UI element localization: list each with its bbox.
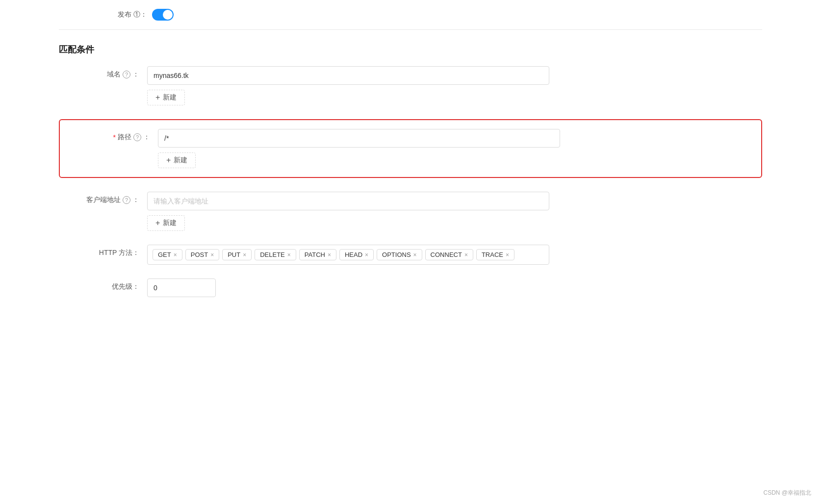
tag-close-icon[interactable]: × (287, 252, 291, 258)
method-tag: PATCH× (299, 249, 336, 260)
tag-close-icon[interactable]: × (413, 252, 417, 258)
client-addr-help-icon[interactable]: ? (123, 196, 130, 204)
domain-label: 域名 ? ： (59, 66, 147, 79)
path-new-button[interactable]: + 新建 (158, 152, 196, 168)
domain-content: + 新建 (147, 66, 549, 105)
http-methods-content: GET×POST×PUT×DELETE×PATCH×HEAD×OPTIONS×C… (147, 245, 549, 265)
tag-close-icon[interactable]: × (210, 252, 214, 258)
priority-row: 优先级： (59, 278, 762, 297)
path-help-icon[interactable]: ? (133, 133, 141, 141)
client-addr-new-button[interactable]: + 新建 (147, 215, 185, 231)
method-tag: POST× (185, 249, 219, 260)
client-addr-input[interactable] (147, 192, 549, 210)
path-highlight-box: * 路径 ? ： + 新建 (59, 119, 762, 178)
path-input[interactable] (158, 129, 560, 148)
publish-row: 发布 ①： (59, 0, 762, 29)
method-tag: TRACE× (476, 249, 514, 260)
tag-close-icon[interactable]: × (464, 252, 468, 258)
http-methods-row: HTTP 方法： GET×POST×PUT×DELETE×PATCH×HEAD×… (59, 245, 762, 265)
path-plus-icon: + (166, 156, 171, 164)
tag-close-icon[interactable]: × (365, 252, 368, 258)
client-addr-content: + 新建 (147, 192, 549, 231)
path-label: * 路径 ? ： (70, 129, 158, 142)
tag-close-icon[interactable]: × (506, 252, 509, 258)
publish-label: 发布 ①： (59, 10, 147, 19)
method-tag: HEAD× (339, 249, 374, 260)
method-tag: CONNECT× (425, 249, 473, 260)
methods-container: GET×POST×PUT×DELETE×PATCH×HEAD×OPTIONS×C… (147, 245, 549, 265)
client-addr-plus-icon: + (155, 219, 160, 227)
plus-icon: + (155, 94, 160, 101)
http-methods-label: HTTP 方法： (59, 245, 147, 257)
priority-label: 优先级： (59, 278, 147, 291)
client-addr-row: 客户端地址 ? ： + 新建 (59, 192, 762, 231)
domain-row: 域名 ? ： + 新建 (59, 66, 762, 105)
path-content: + 新建 (158, 129, 560, 168)
priority-input[interactable] (147, 278, 216, 297)
client-addr-label: 客户端地址 ? ： (59, 192, 147, 204)
method-tag: GET× (153, 249, 182, 260)
method-tag: OPTIONS× (377, 249, 422, 260)
tag-close-icon[interactable]: × (243, 252, 246, 258)
domain-input[interactable] (147, 66, 549, 85)
section-title: 匹配条件 (59, 30, 762, 66)
method-tag: PUT× (222, 249, 252, 260)
watermark: CSDN @幸福指北 (763, 489, 811, 497)
domain-help-icon[interactable]: ? (123, 71, 130, 78)
page-container: 发布 ①： 匹配条件 域名 ? ： + 新建 * 路径 ? ： (0, 0, 821, 504)
method-tag: DELETE× (255, 249, 296, 260)
path-row: * 路径 ? ： + 新建 (70, 129, 751, 168)
required-star: * (113, 133, 116, 141)
priority-content (147, 278, 549, 297)
domain-new-button[interactable]: + 新建 (147, 90, 185, 105)
publish-toggle[interactable] (152, 9, 174, 21)
tag-close-icon[interactable]: × (328, 252, 331, 258)
tag-close-icon[interactable]: × (174, 252, 177, 258)
